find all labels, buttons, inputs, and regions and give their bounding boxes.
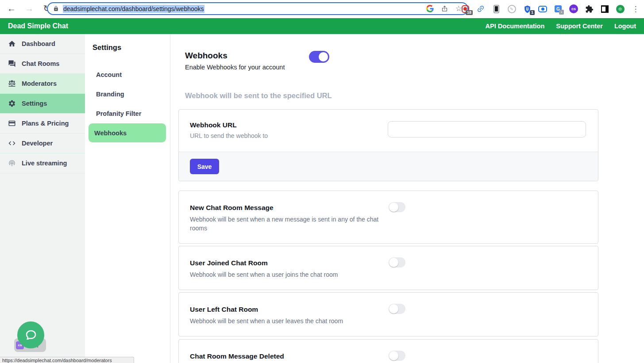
event-card-message-deleted: Chat Room Message Deleted Webhook will b… xyxy=(178,339,598,363)
app-header: Dead Simple Chat API Documentation Suppo… xyxy=(0,18,644,34)
cs-extension-icon[interactable]: cs xyxy=(569,4,578,14)
link-extension-icon[interactable] xyxy=(476,4,486,14)
sidebar: Dashboard Chat Rooms Moderators Settings… xyxy=(0,34,85,363)
new-message-toggle[interactable] xyxy=(389,202,405,212)
forward-icon[interactable]: → xyxy=(24,4,35,14)
google-icon[interactable] xyxy=(426,5,434,12)
broadcast-icon xyxy=(8,159,16,167)
brand-title: Dead Simple Chat xyxy=(8,22,68,30)
api-documentation-link[interactable]: API Documentation xyxy=(486,23,545,30)
event-description: Webhook will be sent when a new message … xyxy=(190,215,390,233)
green-extension-icon[interactable]: ◎ xyxy=(615,4,625,14)
back-icon[interactable]: ← xyxy=(6,4,17,14)
subnav-item-account[interactable]: Account xyxy=(89,65,166,84)
chat-bubble-icon xyxy=(24,329,38,342)
sidebar-item-dashboard[interactable]: Dashboard xyxy=(0,34,85,54)
chat-bubbles-icon xyxy=(8,60,16,68)
address-bar[interactable]: deadsimplechat.com/dashboard/settings/we… xyxy=(47,2,468,15)
record-extension-icon[interactable]: 18 xyxy=(460,4,470,14)
camera-extension-icon[interactable] xyxy=(538,4,548,14)
sidebar-item-plans-pricing[interactable]: Plans & Pricing xyxy=(0,114,85,134)
support-center-link[interactable]: Support Center xyxy=(556,23,603,30)
save-button[interactable]: Save xyxy=(190,159,219,174)
record-extension-badge: 18 xyxy=(466,10,473,15)
user-left-toggle[interactable] xyxy=(389,304,405,314)
translate-extension-icon[interactable]: G› xyxy=(553,4,563,14)
main-content: Webhooks Enable Webhooks for your accoun… xyxy=(170,34,644,363)
sidebar-item-moderators[interactable]: Moderators xyxy=(0,74,85,94)
webhook-url-hint: Webhook will be sent to the specified UR… xyxy=(185,92,644,100)
shield-extension-badge: 1 xyxy=(530,10,535,15)
settings-subnav: Settings Account Branding Profanity Filt… xyxy=(85,34,170,363)
webhook-url-card: Webhook URL URL to send the webhook to S… xyxy=(178,109,598,181)
gear-icon xyxy=(8,99,16,107)
browser-menu-icon[interactable]: ⋮ xyxy=(631,4,640,14)
user-joined-toggle[interactable] xyxy=(389,257,405,267)
pencil-extension-icon[interactable]: ✎ xyxy=(507,4,517,14)
code-icon xyxy=(8,139,16,147)
webhook-url-description: URL to send the webhook to xyxy=(190,132,388,139)
subnav-item-branding[interactable]: Branding xyxy=(89,84,166,103)
event-description: Webhook will be sent when a user joins t… xyxy=(190,270,390,279)
subnav-item-webhooks[interactable]: Webhooks xyxy=(89,123,166,142)
sidebar-item-live-streaming[interactable]: Live streaming xyxy=(0,153,85,173)
logout-link[interactable]: Logout xyxy=(614,23,636,30)
event-card-user-left: User Left Chat Room Webhook will be sent… xyxy=(178,292,598,336)
event-card-new-message: New Chat Room Message Webhook will be se… xyxy=(178,191,598,244)
page-title: Webhooks xyxy=(185,51,309,61)
scales-icon xyxy=(8,80,16,88)
subnav-title: Settings xyxy=(93,43,170,52)
shield-extension-icon[interactable]: 1 xyxy=(522,4,532,14)
subnav-item-profanity-filter[interactable]: Profanity Filter xyxy=(89,104,166,123)
extensions-puzzle-icon[interactable] xyxy=(584,4,594,14)
webhook-url-input[interactable] xyxy=(388,121,586,138)
url-text[interactable]: deadsimplechat.com/dashboard/settings/we… xyxy=(63,5,204,13)
chat-widget-button[interactable] xyxy=(17,321,44,348)
sidebar-item-developer[interactable]: Developer xyxy=(0,134,85,153)
status-bar-url: https://deadsimplechat.com/dashboard/mod… xyxy=(0,357,134,363)
webhook-url-label: Webhook URL xyxy=(190,121,388,129)
message-deleted-toggle[interactable] xyxy=(389,351,405,361)
reader-mode-extension-icon[interactable] xyxy=(600,4,609,14)
enable-webhooks-toggle[interactable] xyxy=(309,51,329,63)
event-card-user-joined: User Joined Chat Room Webhook will be se… xyxy=(178,246,598,290)
browser-toolbar: ← → ↻ deadsimplechat.com/dashboard/setti… xyxy=(0,0,644,18)
sidebar-item-chat-rooms[interactable]: Chat Rooms xyxy=(0,54,85,74)
phone-extension-icon[interactable] xyxy=(491,4,501,14)
home-icon xyxy=(8,40,16,48)
sidebar-item-settings[interactable]: Settings xyxy=(0,94,85,114)
page-subtitle: Enable Webhooks for your account xyxy=(185,64,309,71)
lock-icon xyxy=(53,6,59,11)
credit-card-icon xyxy=(8,119,16,127)
share-icon[interactable] xyxy=(441,5,448,12)
event-description: Webhook will be sent when a user leaves … xyxy=(190,317,390,325)
